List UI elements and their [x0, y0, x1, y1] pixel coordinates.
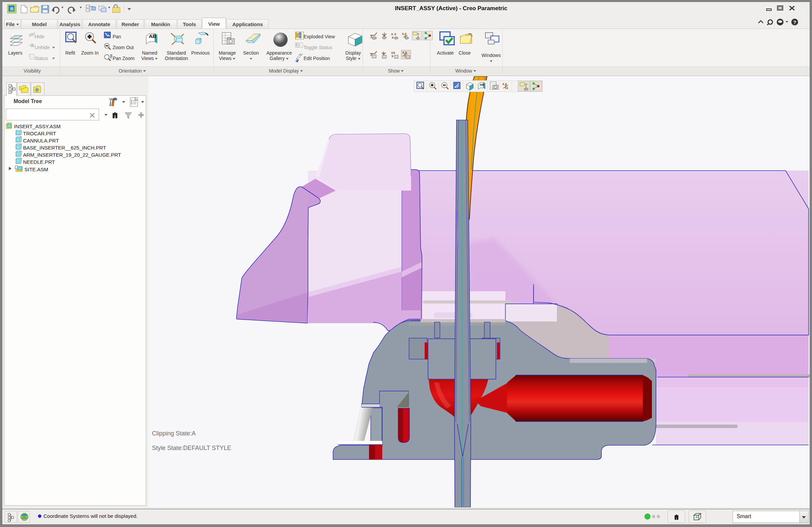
svg-text:x,x: x,x [402, 50, 407, 54]
svg-text:x,x: x,x [502, 82, 507, 86]
svg-text:x,x: x,x [402, 32, 407, 35]
svg-text:x: x [392, 35, 394, 39]
svg-text:AB: AB [480, 83, 484, 87]
svg-text:AB: AB [149, 33, 156, 39]
svg-text:x: x [506, 86, 508, 90]
svg-text:?: ? [793, 19, 796, 25]
svg-text:x: x [391, 54, 394, 58]
